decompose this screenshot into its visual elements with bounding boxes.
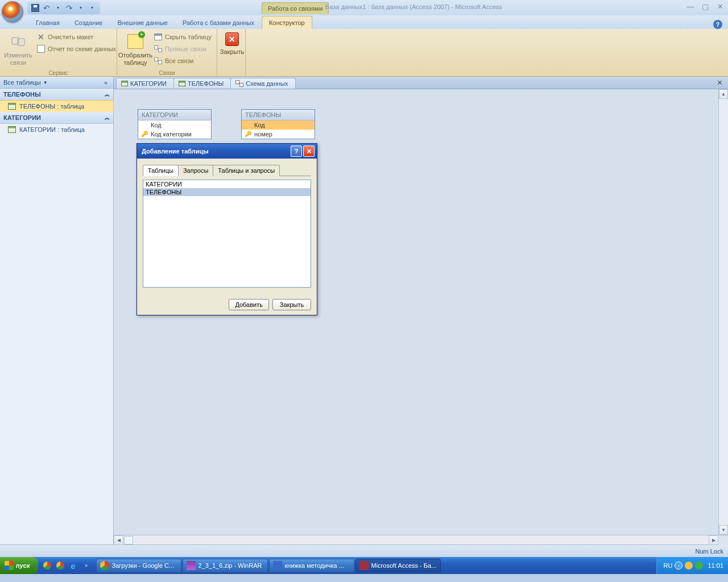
table-field[interactable]: 🔑Код категории (138, 130, 211, 139)
table-field[interactable]: Код (138, 120, 211, 130)
tray-icon[interactable] (695, 562, 703, 569)
nav-collapse-button[interactable]: « (102, 79, 110, 86)
dialog-tab-both[interactable]: Таблицы и запросы (213, 165, 280, 176)
taskbar-item-label: 2_3_1_6.zip - WinRAR (198, 562, 262, 569)
numlock-indicator: Num Lock (695, 548, 723, 555)
taskbar-item-access[interactable]: Microsoft Access - Ба... (355, 559, 441, 572)
undo-icon[interactable]: ↶ (42, 3, 51, 13)
status-bar: Num Lock (0, 544, 728, 557)
dialog-list-item[interactable]: КАТЕГОРИИ (143, 180, 311, 188)
dialog-help-button[interactable]: ? (291, 146, 302, 157)
tray-icon[interactable] (685, 562, 693, 569)
scroll-left-button[interactable]: ◀ (114, 535, 123, 545)
tray-expand-button[interactable]: ‹ (675, 562, 682, 569)
ribbon-tab-external[interactable]: Внешние данные (110, 16, 175, 29)
nav-item-phones-table[interactable]: ТЕЛЕФОНЫ : таблица (0, 101, 113, 112)
dialog-add-button[interactable]: Добавить (229, 299, 269, 310)
ribbon-tab-design[interactable]: Конструктор (262, 16, 312, 29)
edit-relationships-label: Изменить связи (4, 52, 32, 66)
edit-relationships-button[interactable]: Изменить связи (3, 30, 33, 69)
scroll-down-button[interactable]: ▼ (719, 525, 728, 535)
resize-grip[interactable] (718, 535, 728, 545)
dialog-tab-queries[interactable]: Запросы (178, 165, 213, 176)
taskbar-item-chrome[interactable]: Загрузки - Google C... (96, 559, 181, 572)
dialog-title-bar[interactable]: Добавление таблицы ? ✕ (137, 144, 317, 159)
dialog-close-button[interactable]: ✕ (303, 146, 315, 157)
taskbar-item-winrar[interactable]: 2_3_1_6.zip - WinRAR (183, 559, 268, 572)
nav-section-phones-label: ТЕЛЕФОНЫ (3, 91, 41, 98)
close-ribbon-button[interactable]: ✕ Закрыть (221, 30, 243, 57)
navigation-pane: Все таблицы ▼ « ТЕЛЕФОНЫ ︽ ТЕЛЕФОНЫ : та… (0, 77, 114, 544)
dialog-tab-tables[interactable]: Таблицы (143, 165, 179, 176)
clock[interactable]: 11:01 (708, 562, 723, 569)
nav-item-categories-table[interactable]: КАТЕГОРИИ : таблица (0, 124, 113, 135)
table-field[interactable]: Код (242, 120, 315, 130)
office-button[interactable] (2, 1, 23, 23)
redo-icon[interactable]: ↷ (65, 3, 74, 13)
clear-layout-button[interactable]: ✕ Очистить макет (34, 31, 118, 43)
chain-icon (9, 32, 27, 51)
taskbar-item-label: Microsoft Access - Ба... (371, 562, 437, 569)
dialog-title: Добавление таблицы (142, 148, 209, 155)
table-icon (8, 103, 16, 110)
scroll-right-button[interactable]: ▶ (709, 535, 718, 545)
vertical-scrollbar[interactable]: ▲ ▼ (718, 89, 728, 535)
show-table-button[interactable]: Отобразить таблицу (121, 30, 150, 69)
doc-tab-schema[interactable]: Схема данных (230, 78, 295, 89)
table-box-phones-head: ТЕЛЕФОНЫ (242, 110, 315, 120)
dialog-table-list[interactable]: КАТЕГОРИИ ТЕЛЕФОНЫ (143, 180, 311, 288)
content-area: КАТЕГОРИИ ТЕЛЕФОНЫ Схема данных ✕ КАТЕГО… (114, 77, 728, 544)
hide-table-button[interactable]: Скрыть таблицу (151, 31, 214, 43)
direct-relationships-button[interactable]: Прямые связи (151, 43, 214, 55)
table-plus-icon (126, 32, 144, 51)
save-icon[interactable] (31, 3, 40, 13)
redo-dropdown[interactable]: ▾ (76, 3, 85, 13)
taskbar-item-word[interactable]: книжка методичка ... (269, 559, 354, 572)
maximize-button[interactable]: ▢ (698, 1, 712, 11)
taskbar-item-label: Загрузки - Google C... (112, 562, 175, 569)
table-box-categories[interactable]: КАТЕГОРИИ Код 🔑Код категории (138, 109, 212, 139)
qat-customize-dropdown[interactable]: ▾ (88, 3, 97, 13)
dialog-close-button2[interactable]: Закрыть (272, 299, 311, 310)
help-button[interactable]: ? (713, 20, 722, 29)
horizontal-scrollbar[interactable]: ◀ ▶ (114, 535, 728, 544)
all-relationships-button[interactable]: Все связи (151, 55, 214, 66)
minimize-button[interactable]: — (684, 1, 697, 11)
ql-chrome2-icon[interactable] (55, 559, 66, 572)
table-field[interactable]: 🔑номер (242, 130, 315, 139)
hide-table-icon (154, 32, 163, 41)
all-relationships-label: Все связи (165, 57, 193, 64)
taskbar: пуск e » Загрузки - Google C... 2_3_1_6.… (0, 557, 728, 574)
nav-section-phones[interactable]: ТЕЛЕФОНЫ ︽ (0, 89, 113, 101)
language-indicator[interactable]: RU (664, 562, 673, 569)
ql-ie-icon[interactable]: e (68, 559, 79, 572)
close-button[interactable]: ✕ (713, 1, 727, 11)
ql-more-icon[interactable]: » (81, 559, 92, 572)
document-tab-strip: КАТЕГОРИИ ТЕЛЕФОНЫ Схема данных ✕ (114, 77, 728, 89)
hide-table-label: Скрыть таблицу (165, 34, 212, 40)
close-ribbon-label: Закрыть (220, 48, 244, 55)
ribbon-tab-create[interactable]: Создание (67, 16, 110, 29)
close-x-icon: ✕ (225, 32, 239, 46)
chevron-down-icon: ▼ (43, 80, 48, 85)
relationship-report-label: Отчет по схеме данных (48, 45, 116, 52)
nav-section-categories[interactable]: КАТЕГОРИИ ︽ (0, 112, 113, 124)
dialog-list-item[interactable]: ТЕЛЕФОНЫ (143, 188, 311, 196)
relationship-canvas[interactable]: КАТЕГОРИИ Код 🔑Код категории ТЕЛЕФОНЫ Ко… (114, 89, 728, 544)
ribbon-tab-dbtools[interactable]: Работа с базами данных (175, 16, 262, 29)
ribbon-tab-home[interactable]: Главная (28, 16, 67, 29)
nav-header[interactable]: Все таблицы ▼ « (0, 77, 113, 89)
start-button[interactable]: пуск (0, 557, 38, 574)
ql-chrome-icon[interactable] (42, 559, 53, 572)
doc-tab-categories[interactable]: КАТЕГОРИИ (116, 78, 174, 89)
system-tray: RU ‹ 11:01 (656, 557, 728, 574)
doc-tab-phones[interactable]: ТЕЛЕФОНЫ (173, 78, 231, 89)
relationship-icon (235, 80, 243, 87)
access-icon (359, 561, 369, 570)
doc-close-button[interactable]: ✕ (717, 78, 725, 86)
scroll-up-button[interactable]: ▲ (719, 89, 728, 99)
record-nav-icon[interactable] (124, 536, 133, 544)
table-box-phones[interactable]: ТЕЛЕФОНЫ Код 🔑номер (241, 109, 315, 139)
relationship-report-button[interactable]: Отчет по схеме данных (34, 43, 118, 55)
undo-dropdown[interactable]: ▾ (53, 3, 63, 13)
